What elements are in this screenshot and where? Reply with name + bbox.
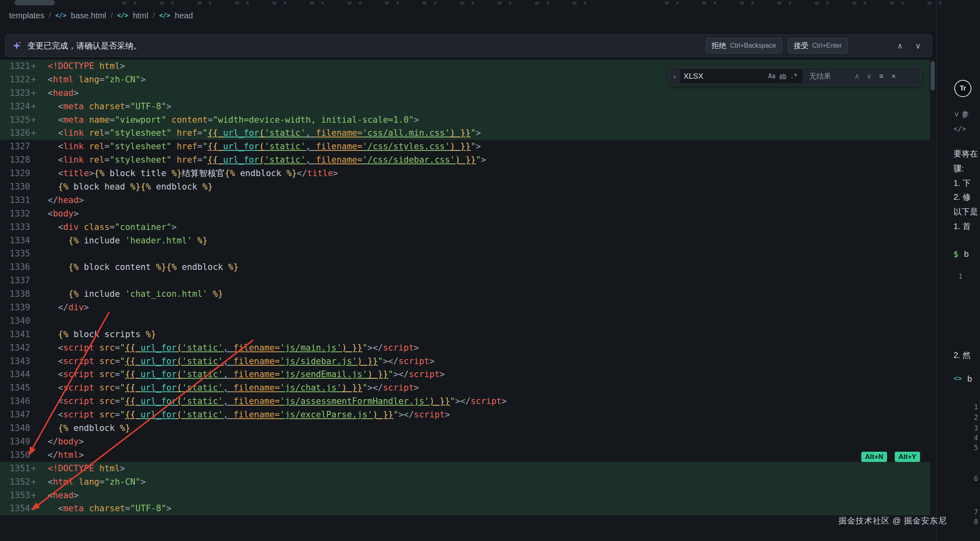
code-line[interactable]: 1341 {% block scripts %} <box>0 328 930 341</box>
code-line[interactable]: 1323+<head> <box>0 86 930 100</box>
code-line[interactable]: 1338 {% include 'chat_icon.html' %} <box>0 287 930 301</box>
line-number[interactable]: 1345 <box>0 381 48 395</box>
chevron-up-icon[interactable]: ∧ <box>893 38 907 53</box>
line-number[interactable]: 1342 <box>0 341 48 355</box>
code-line[interactable]: 1326+ <link rel="stylesheet" href="{{ ur… <box>0 126 930 140</box>
code-line[interactable]: 1346 <script src="{{ url_for('static', f… <box>0 395 930 408</box>
reject-button[interactable]: 拒绝 Ctrl+Backspace <box>706 38 782 53</box>
code-line[interactable]: 1354+ <meta charset="UTF-8"> <box>0 502 930 515</box>
line-number[interactable]: 1325+ <box>0 113 48 127</box>
code-line[interactable]: 1340 <box>0 314 930 328</box>
code-line[interactable]: 1332<body> <box>0 207 930 221</box>
code-text: {% endblock %} <box>48 422 130 435</box>
line-number[interactable]: 1349 <box>0 435 48 448</box>
line-number[interactable]: 1346 <box>0 395 48 408</box>
code-text: <meta name="viewport" content="width=dev… <box>48 113 419 127</box>
code-line[interactable]: 1333 <div class="container"> <box>0 221 930 234</box>
line-number[interactable]: 1334 <box>0 234 48 247</box>
code-text: <script src="{{ url_for('static', filena… <box>48 341 419 355</box>
top-clipped-text <box>122 2 595 4</box>
chevron-down-icon[interactable]: ∨ <box>911 38 925 53</box>
line-number[interactable]: 1329 <box>0 167 48 180</box>
line-number[interactable]: 1326+ <box>0 126 48 140</box>
line-number[interactable]: 1352+ <box>0 475 48 489</box>
panel-text-fragment: 1 <box>958 272 962 280</box>
panel-text-fragment: 2. 修 <box>953 192 971 203</box>
line-number[interactable]: 1335 <box>0 247 48 261</box>
whole-word-toggle[interactable]: ab <box>777 71 788 82</box>
code-text: <!DOCTYPE html> <box>48 60 125 73</box>
code-line[interactable]: 1331</head> <box>0 194 930 207</box>
line-number[interactable]: 1340 <box>0 314 48 328</box>
code-line[interactable]: 1350</html> <box>0 448 930 462</box>
regex-toggle[interactable]: .* <box>788 71 799 82</box>
find-previous-button[interactable]: ∧ <box>851 70 863 82</box>
breadcrumb-item-templates[interactable]: templates <box>9 11 44 20</box>
line-number[interactable]: 1336 <box>0 261 48 274</box>
find-next-button[interactable]: ∨ <box>863 70 875 82</box>
line-number[interactable]: 1321+ <box>0 60 48 73</box>
line-number[interactable]: 1347 <box>0 408 48 422</box>
code-line[interactable]: 1329 <title>{% block title %}结算智核官{% end… <box>0 167 930 180</box>
line-number[interactable]: 1324+ <box>0 100 48 113</box>
code-line[interactable]: 1335 <box>0 247 930 261</box>
line-number[interactable]: 1337 <box>0 274 48 287</box>
breadcrumb-item-head[interactable]: head <box>175 11 193 20</box>
breadcrumb: templates / </> base.html / </> html / <… <box>0 6 936 25</box>
code-line[interactable]: 1324+ <meta charset="UTF-8"> <box>0 100 930 113</box>
panel-text-fragment: 2. 然 <box>953 350 971 361</box>
find-close-button[interactable]: × <box>887 70 900 82</box>
line-number[interactable]: 1350 <box>0 448 48 462</box>
code-line[interactable]: 1334 {% include 'header.html' %} <box>0 234 930 247</box>
code-line[interactable]: 1351+<!DOCTYPE html> <box>0 462 930 475</box>
code-line[interactable]: 1337 <box>0 274 930 287</box>
breadcrumb-item-html[interactable]: html <box>133 11 148 20</box>
line-number[interactable]: 1351+ <box>0 462 48 475</box>
code-line[interactable]: 1347 <script src="{{ url_for('static', f… <box>0 408 930 422</box>
code-line[interactable]: 1348 {% endblock %} <box>0 422 930 435</box>
find-in-selection-button[interactable]: ≡ <box>875 70 887 82</box>
line-number[interactable]: 1344 <box>0 368 48 381</box>
code-line[interactable]: 1345 <script src="{{ url_for('static', f… <box>0 381 930 395</box>
match-case-toggle[interactable]: Aa <box>766 71 777 82</box>
line-number[interactable]: 1343 <box>0 355 48 368</box>
line-number[interactable]: 1353+ <box>0 489 48 502</box>
panel-text-fragment: 8 <box>974 518 978 526</box>
code-line[interactable]: 1342 <script src="{{ url_for('static', f… <box>0 341 930 355</box>
line-number[interactable]: 1339 <box>0 301 48 314</box>
panel-text-fragment: 6 <box>974 475 978 483</box>
code-line[interactable]: 1352+<html lang="zh-CN"> <box>0 475 930 489</box>
code-lines: 1321+<!DOCTYPE html>1322+<html lang="zh-… <box>0 60 936 515</box>
line-number[interactable]: 1323+ <box>0 86 48 100</box>
find-expand-chevron[interactable]: › <box>669 72 680 81</box>
code-line[interactable]: 1344 <script src="{{ url_for('static', f… <box>0 368 930 381</box>
code-line[interactable]: 1330 {% block head %}{% endblock %} <box>0 180 930 194</box>
code-text: </html> <box>48 448 84 462</box>
code-line[interactable]: 1339 </div> <box>0 301 930 314</box>
code-line[interactable]: 1328 <link rel="stylesheet" href="{{ url… <box>0 153 930 167</box>
line-number[interactable]: 1354+ <box>0 502 48 515</box>
code-line[interactable]: 1325+ <meta name="viewport" content="wid… <box>0 113 930 127</box>
accept-button[interactable]: 接受 Ctrl+Enter <box>788 38 848 53</box>
panel-text-fragment: 5 <box>974 444 978 452</box>
line-number[interactable]: 1348 <box>0 422 48 435</box>
code-line[interactable]: 1343 <script src="{{ url_for('static', f… <box>0 355 930 368</box>
line-number[interactable]: 1327 <box>0 140 48 153</box>
find-input[interactable]: XLSX Aa ab .* <box>680 69 803 83</box>
line-number[interactable]: 1328 <box>0 153 48 167</box>
editor-scrollbar[interactable] <box>931 61 935 91</box>
line-number[interactable]: 1330 <box>0 180 48 194</box>
code-line[interactable]: 1349</body> <box>0 435 930 448</box>
code-editor[interactable]: 1321+<!DOCTYPE html>1322+<html lang="zh-… <box>0 60 936 515</box>
code-line[interactable]: 1353+<head> <box>0 489 930 502</box>
line-number[interactable]: 1333 <box>0 221 48 234</box>
line-number[interactable]: 1331 <box>0 194 48 207</box>
line-number[interactable]: 1338 <box>0 287 48 301</box>
line-number[interactable]: 1332 <box>0 207 48 221</box>
code-line[interactable]: 1327 <link rel="stylesheet" href="{{ url… <box>0 140 930 153</box>
line-number[interactable]: 1322+ <box>0 73 48 86</box>
code-line[interactable]: 1336 {% block content %}{% endblock %} <box>0 261 930 274</box>
breadcrumb-item-base-html[interactable]: base.html <box>71 11 106 20</box>
line-number[interactable]: 1341 <box>0 328 48 341</box>
panel-divider[interactable] <box>936 0 937 541</box>
